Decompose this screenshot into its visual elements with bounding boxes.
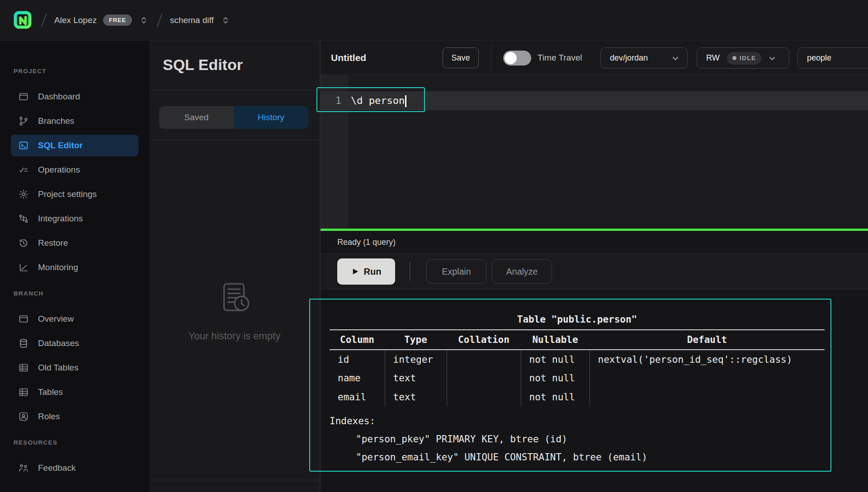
cell xyxy=(590,388,825,407)
tab-history[interactable]: History xyxy=(234,106,308,129)
index-entry: "person_email_key" UNIQUE CONSTRAINT, bt… xyxy=(330,448,825,466)
divider xyxy=(491,44,491,71)
breadcrumb-separator xyxy=(41,13,47,27)
branch-selector[interactable]: dev/jordan xyxy=(600,47,688,69)
branch-selector-value: dev/jordan xyxy=(610,53,648,63)
project-selector-chevron-icon[interactable] xyxy=(220,15,231,26)
cell: name xyxy=(330,369,385,388)
analyze-button[interactable]: Analyze xyxy=(492,259,552,284)
neon-logo-icon[interactable] xyxy=(13,10,33,31)
table-row: name text not null xyxy=(330,369,825,388)
cell: not null xyxy=(521,388,590,407)
cell: id xyxy=(330,350,385,369)
column-header: Column xyxy=(330,330,385,350)
status-bar: Ready (1 query) xyxy=(321,231,868,254)
cell: not null xyxy=(521,350,590,369)
history-clock-icon xyxy=(18,238,29,248)
sidebar-item-branches[interactable]: Branches xyxy=(11,110,138,132)
org-name[interactable]: Alex Lopez xyxy=(54,15,97,25)
window-icon xyxy=(18,314,29,324)
sidebar-item-restore[interactable]: Restore xyxy=(11,232,138,254)
project-name[interactable]: schema diff xyxy=(170,15,214,25)
plan-badge: FREE xyxy=(103,14,132,26)
sidebar-item-integrations[interactable]: Integrations xyxy=(11,208,138,230)
section-label-resources: RESOURCES xyxy=(0,439,149,446)
sidebar-item-label: Operations xyxy=(38,165,80,175)
sidebar-item-dashboard[interactable]: Dashboard xyxy=(11,86,138,108)
toggle-knob xyxy=(505,52,517,64)
sidebar: PROJECT Dashboard Branches SQL Editor Op… xyxy=(0,41,149,492)
sql-code-editor[interactable]: 1 \d person xyxy=(321,75,868,229)
indexes-block: Indexes: "person_pkey" PRIMARY KEY, btre… xyxy=(330,412,825,466)
column-header: Nullable xyxy=(521,330,590,350)
cell xyxy=(447,388,521,407)
divider xyxy=(149,480,320,480)
code-text: \d person xyxy=(351,95,405,106)
history-empty-message: Your history is empty xyxy=(149,330,320,342)
column-header: Type xyxy=(385,330,447,350)
column-header: Collation xyxy=(447,330,521,350)
sidebar-item-old-tables[interactable]: Old Tables xyxy=(11,357,138,379)
text-cursor xyxy=(405,95,406,107)
sidebar-item-label: Tables xyxy=(38,387,63,397)
sidebar-item-monitoring[interactable]: Monitoring xyxy=(11,257,138,278)
sidebar-item-sql-editor[interactable]: SQL Editor xyxy=(11,135,138,156)
chevron-down-icon xyxy=(768,54,777,63)
query-editor-region: Untitled Save Time Travel dev/jordan RW … xyxy=(320,41,868,492)
query-name: Untitled xyxy=(331,41,366,75)
document-clock-icon xyxy=(216,281,253,318)
sidebar-item-databases[interactable]: Databases xyxy=(11,333,138,354)
explain-button[interactable]: Explain xyxy=(426,259,486,284)
cell xyxy=(447,350,521,369)
cell: text xyxy=(385,369,447,388)
sidebar-item-feedback[interactable]: Feedback xyxy=(11,457,138,479)
run-button[interactable]: Run xyxy=(337,258,395,285)
indexes-label: Indexes: xyxy=(330,412,825,430)
result-table-title: Table "public.person" xyxy=(330,309,825,329)
sidebar-item-project-settings[interactable]: Project settings xyxy=(11,183,138,205)
column-header: Default xyxy=(590,330,825,350)
index-entry: "person_pkey" PRIMARY KEY, btree (id) xyxy=(330,430,825,448)
cell xyxy=(447,369,521,388)
time-travel-toggle[interactable] xyxy=(503,51,531,66)
sidebar-item-label: Overview xyxy=(38,314,74,324)
sidebar-item-label: Feedback xyxy=(38,463,75,473)
compute-status-badge: IDLE xyxy=(727,52,762,65)
result-header-row: Column Type Collation Nullable Default xyxy=(330,330,825,350)
sidebar-item-label: Dashboard xyxy=(38,92,80,102)
sidebar-item-label: Restore xyxy=(38,238,68,248)
org-selector-chevron-icon[interactable] xyxy=(138,15,149,26)
dashboard-icon xyxy=(18,91,29,102)
save-button[interactable]: Save xyxy=(443,47,479,68)
sidebar-item-operations[interactable]: Operations xyxy=(11,159,138,181)
database-selector[interactable]: people xyxy=(797,47,868,69)
divider xyxy=(410,262,410,281)
list-check-icon xyxy=(18,164,29,175)
divider xyxy=(149,140,320,141)
cell xyxy=(590,369,825,388)
status-text: Ready (1 query) xyxy=(337,231,868,254)
database-icon xyxy=(18,338,29,349)
sidebar-item-tables[interactable]: Tables xyxy=(11,381,138,403)
chevron-down-icon xyxy=(671,54,680,63)
divider xyxy=(149,90,320,90)
time-travel-label: Time Travel xyxy=(538,41,582,75)
sidebar-item-roles[interactable]: Roles xyxy=(11,406,138,427)
sidebar-item-overview[interactable]: Overview xyxy=(11,308,138,330)
chart-icon xyxy=(18,262,29,273)
git-branch-icon xyxy=(18,116,29,127)
sidebar-item-label: Old Tables xyxy=(38,363,78,373)
history-empty-state: Your history is empty xyxy=(149,281,320,342)
compute-selector[interactable]: RW IDLE xyxy=(697,47,789,69)
action-bar: Run Explain Analyze xyxy=(321,254,868,289)
breadcrumb-separator xyxy=(156,13,162,27)
code-line[interactable]: \d person xyxy=(351,91,406,110)
sidebar-item-label: Branches xyxy=(38,116,74,126)
tab-saved[interactable]: Saved xyxy=(159,106,234,129)
cell: email xyxy=(330,388,385,407)
result-table: Column Type Collation Nullable Default i… xyxy=(330,329,825,407)
saved-history-tabs: Saved History xyxy=(159,106,308,129)
cell: nextval('person_id_seq'::regclass) xyxy=(590,350,825,369)
cell: not null xyxy=(521,369,590,388)
user-badge-icon xyxy=(18,411,29,422)
